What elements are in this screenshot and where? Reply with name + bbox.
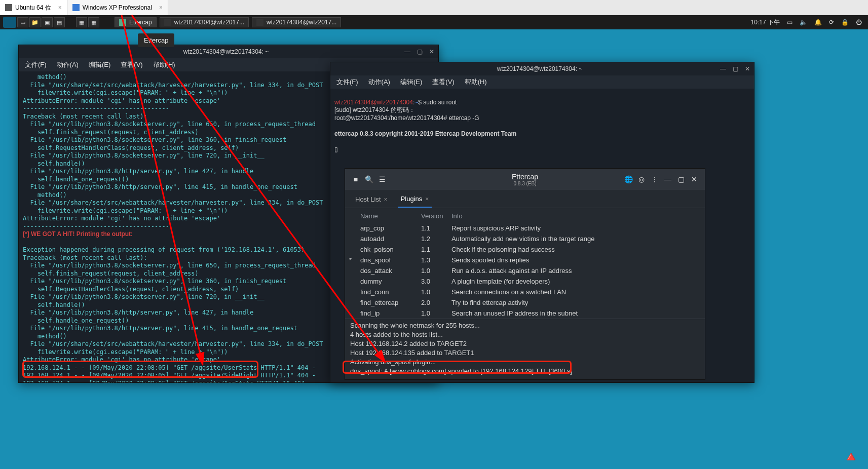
plugin-name: dos_attack — [360, 267, 421, 275]
desktop-icon[interactable]: ▭ — [17, 17, 28, 27]
cursor: ▯ — [334, 146, 338, 153]
menu-help[interactable]: 帮助(H) — [465, 77, 487, 87]
power-icon[interactable]: ⏻ — [856, 19, 862, 26]
close-icon[interactable]: × — [425, 196, 429, 203]
ettercap-log[interactable]: Scanning the whole netmask for 255 hosts… — [345, 319, 705, 379]
updates-icon[interactable]: ⟳ — [829, 19, 834, 26]
task-terminal-2[interactable]: wtz20174304@wtz2017... — [252, 17, 341, 27]
plugin-info: Try to find ettercap activity — [451, 299, 698, 306]
decorative-red-cursor: 🔺 — [842, 448, 860, 465]
plugin-name: find_conn — [360, 288, 421, 296]
plugin-version: 1.1 — [421, 246, 451, 253]
vm-tab-winxp[interactable]: Windows XP Professional × — [67, 0, 168, 15]
plugin-name: dummy — [360, 278, 421, 285]
stop-icon[interactable]: ■ — [349, 173, 362, 186]
menu-view[interactable]: 查看(V) — [432, 77, 454, 87]
close-icon[interactable]: ✕ — [742, 64, 753, 73]
task-label: wtz20174304@wtz2017... — [174, 19, 244, 26]
tab-label: Plugins — [401, 195, 423, 203]
menu-file[interactable]: 文件(F) — [25, 60, 47, 69]
notification-icon[interactable]: 🔔 — [814, 19, 822, 26]
minimize-icon[interactable]: — — [718, 64, 729, 73]
plugin-star — [349, 224, 360, 232]
titlebar[interactable]: wtz20174304@wtz20174304: ~ — ▢ ✕ — [330, 62, 754, 75]
plugin-row[interactable]: *dns_spoof1.3Sends spoofed dns replies — [345, 255, 705, 265]
plugin-row[interactable]: find_ip1.0Search an unused IP address in… — [345, 308, 705, 319]
plugin-star — [349, 267, 360, 275]
menu-actions[interactable]: 动作(A) — [368, 77, 390, 87]
terminal-icon[interactable]: ▣ — [42, 17, 53, 27]
close-icon[interactable]: ✕ — [688, 173, 701, 186]
plugin-star — [349, 235, 360, 243]
plugin-name: arp_cop — [360, 224, 421, 232]
menu-actions[interactable]: 动作(A) — [57, 60, 79, 69]
kebab-menu-icon[interactable]: ⋮ — [648, 173, 661, 186]
close-icon[interactable]: × — [58, 4, 62, 11]
plugin-row[interactable]: find_ettercap2.0Try to find ettercap act… — [345, 297, 705, 308]
taskbar-tooltip: Ettercap — [138, 33, 174, 47]
display-icon[interactable]: ▭ — [787, 19, 792, 26]
clock[interactable]: 10:17 下午 — [751, 18, 780, 27]
plugin-name: chk_poison — [360, 246, 421, 253]
minimize-icon[interactable]: — — [402, 47, 413, 56]
plugin-version: 1.0 — [421, 309, 451, 317]
plugin-star — [349, 278, 360, 285]
plugin-row[interactable]: dos_attack1.0Run a d.o.s. attack against… — [345, 265, 705, 276]
close-icon[interactable]: ✕ — [426, 47, 437, 56]
maximize-icon[interactable]: ▢ — [674, 173, 688, 186]
menu-help[interactable]: 帮助(H) — [153, 60, 175, 69]
workspace-1-icon[interactable]: ▦ — [76, 17, 87, 27]
menu-edit[interactable]: 编辑(E) — [89, 60, 110, 69]
plugin-info: Run a d.o.s. attack against an IP addres… — [451, 267, 698, 275]
col-name[interactable]: Name — [360, 212, 421, 220]
plugin-row[interactable]: arp_cop1.1Report suspicious ARP activity — [345, 223, 705, 233]
task-terminal-1[interactable]: wtz20174304@wtz2017... — [160, 17, 249, 27]
plugin-star — [349, 299, 360, 306]
ettercap-header[interactable]: ■ 🔍 ☰ Ettercap 0.8.3 (EB) 🌐 ◎ ⋮ — ▢ ✕ — [345, 169, 705, 190]
plugin-row[interactable]: chk_poison1.1Check if the poisoning had … — [345, 244, 705, 255]
close-icon[interactable]: × — [384, 196, 388, 203]
plugin-info: Sends spoofed dns replies — [451, 256, 698, 264]
tab-label: Host List — [355, 196, 381, 203]
maximize-icon[interactable]: ▢ — [414, 47, 425, 56]
output-line: root@wtz20174304:/home/wtz20174304# ette… — [334, 114, 479, 122]
tab-host-list[interactable]: Host List × — [352, 192, 391, 208]
list-icon[interactable]: ☰ — [375, 173, 389, 186]
workspace-2-icon[interactable]: ▦ — [88, 17, 99, 27]
task-ettercap[interactable]: Ettercap — [115, 17, 157, 27]
col-info[interactable]: Info — [451, 212, 698, 220]
task-label: wtz20174304@wtz2017... — [267, 19, 336, 26]
vm-tab-label: Windows XP Professional — [83, 4, 152, 11]
plugin-info: Check if the poisoning had success — [451, 246, 698, 253]
plugin-row[interactable]: dummy3.0A plugin template (for developer… — [345, 276, 705, 287]
plugin-row[interactable]: find_conn1.0Search connections on a swit… — [345, 287, 705, 297]
tab-plugins[interactable]: Plugins × — [398, 192, 432, 208]
files-icon[interactable]: 📁 — [29, 17, 41, 27]
log-line: Host 192.168.124.2 added to TARGET2 — [350, 339, 700, 348]
editor-icon[interactable]: ▤ — [54, 17, 65, 27]
search-icon[interactable]: 🔍 — [362, 173, 375, 186]
lock-icon[interactable]: 🔒 — [841, 19, 849, 26]
col-version[interactable]: Version — [421, 212, 451, 220]
close-icon[interactable]: × — [159, 4, 163, 11]
maximize-icon[interactable]: ▢ — [730, 64, 741, 73]
vm-tab-label: Ubuntu 64 位 — [15, 4, 51, 12]
menu-file[interactable]: 文件(F) — [336, 77, 358, 87]
globe-icon[interactable]: 🌐 — [622, 173, 635, 186]
plugin-version: 1.0 — [421, 267, 451, 275]
terminal-icon — [256, 19, 263, 26]
menu-view[interactable]: 查看(V) — [121, 60, 142, 69]
volume-icon[interactable]: 🔈 — [800, 19, 807, 26]
plugin-version: 1.1 — [421, 224, 451, 232]
menu-edit[interactable]: 编辑(E) — [400, 77, 422, 87]
log-line: Host 192.168.124.135 added to TARGET1 — [350, 348, 700, 358]
minimize-icon[interactable]: — — [661, 173, 674, 186]
log-line: 4 hosts added to the hosts list... — [350, 330, 700, 339]
kali-logo-icon[interactable] — [3, 17, 16, 28]
plugin-row[interactable]: autoadd1.2Automatically add new victims … — [345, 233, 705, 244]
taskbar-tray: 10:17 下午 ▭ 🔈 🔔 ⟳ 🔒 ⏻ — [751, 18, 868, 27]
vm-tab-ubuntu[interactable]: Ubuntu 64 位 × — [0, 0, 67, 15]
plugin-star — [349, 246, 360, 253]
titlebar[interactable]: wtz20174304@wtz20174304: ~ — ▢ ✕ — [19, 45, 438, 58]
target-icon[interactable]: ◎ — [635, 173, 648, 186]
